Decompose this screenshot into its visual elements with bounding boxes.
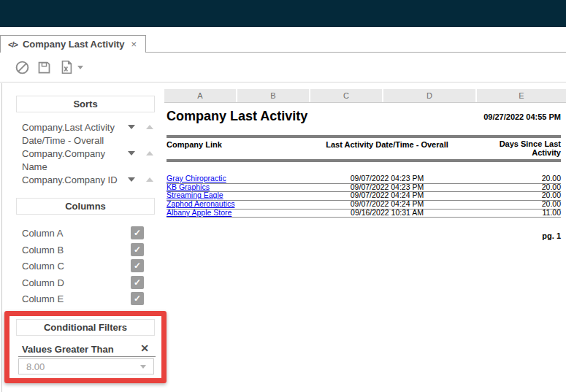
tab-close-icon[interactable]: × (131, 39, 137, 50)
sort-ascending-icon[interactable] (146, 125, 153, 129)
company-link[interactable]: Zaphod Aeronautics (167, 200, 234, 208)
page-number: pg. 1 (542, 231, 561, 240)
toolbar (0, 53, 566, 82)
days-since-value: 20.00 (542, 191, 561, 199)
report-title: Company Last Activity (167, 109, 307, 124)
sort-field-label: Company.Last Activity Date/Time - Overal… (22, 121, 121, 147)
check-icon: ✓ (134, 278, 141, 287)
filter-name-label: Values Greater Than (22, 344, 114, 355)
sorts-header: Sorts (16, 96, 155, 112)
last-activity-value: 09/07/2022 04:23 PM (310, 174, 464, 182)
company-link[interactable]: Albany Apple Store (167, 209, 232, 217)
filter-value-dropdown[interactable]: 8.00 (18, 358, 154, 374)
filter-row: Values Greater Than ✕ (22, 342, 155, 356)
days-since-value: 20.00 (542, 200, 561, 208)
columns-title: Columns (65, 201, 106, 212)
conditional-filters-header: Conditional Filters (16, 319, 155, 336)
remove-filter-icon[interactable]: ✕ (140, 342, 149, 354)
days-since-value: 20.00 (542, 183, 561, 191)
sheet-column-c[interactable]: C (310, 89, 382, 102)
column-label: Column C (22, 261, 64, 272)
sort-field-label: Company.Company Name (22, 147, 121, 173)
excel-export-icon (58, 59, 74, 75)
sort-item: Company.Company Name (22, 147, 155, 173)
last-activity-value: 09/07/2022 04:24 PM (310, 191, 464, 199)
report-rows: Gray Chiropractic 09/07/2022 04:23 PM 20… (167, 175, 561, 218)
checkbox-column-d[interactable]: ✓ (131, 276, 144, 289)
code-icon: </> (8, 40, 18, 49)
top-navigation-bar (0, 0, 566, 27)
conditional-filters-title: Conditional Filters (44, 322, 127, 333)
columns-header: Columns (16, 198, 155, 215)
excel-export-button[interactable] (58, 59, 83, 75)
company-link[interactable]: Gray Chiropractic (167, 174, 226, 182)
check-icon: ✓ (134, 245, 141, 254)
report-table-header: Company Link Last Activity Date/Time - O… (167, 139, 561, 158)
sheet-column-headers: A B C D E (164, 89, 566, 102)
sheet-header-divider (164, 102, 566, 103)
cancel-button[interactable] (15, 60, 30, 75)
tab-company-last-activity[interactable]: </> Company Last Activity × (0, 35, 146, 53)
report-rule (167, 159, 561, 162)
sort-item: Company.Company ID (22, 174, 155, 187)
column-label: Column A (22, 228, 63, 239)
column-toggle-row: Column E ✓ (22, 292, 155, 307)
checkbox-column-b[interactable]: ✓ (131, 243, 144, 256)
days-since-value: 11.00 (543, 209, 562, 217)
save-icon (37, 60, 52, 75)
column-toggle-row: Column A ✓ (22, 226, 155, 241)
company-link[interactable]: Streaming Eagle (167, 191, 223, 199)
column-label: Column D (22, 277, 64, 288)
checkbox-column-a[interactable]: ✓ (131, 226, 144, 239)
report-timestamp: 09/27/2022 04:55 PM (483, 112, 561, 121)
last-activity-value: 09/07/2022 04:24 PM (310, 200, 464, 208)
check-icon: ✓ (134, 228, 141, 237)
checkbox-column-e[interactable]: ✓ (131, 292, 144, 305)
column-label: Column B (22, 245, 64, 255)
column-toggle-row: Column B ✓ (22, 243, 155, 258)
column-toggle-row: Column D ✓ (22, 276, 155, 291)
sheet-column-b[interactable]: B (237, 89, 309, 102)
sheet-column-a[interactable]: A (164, 89, 236, 102)
header-last-activity: Last Activity Date/Time - Overall (310, 140, 464, 149)
sorts-title: Sorts (73, 99, 97, 109)
check-icon: ✓ (134, 261, 141, 270)
filter-value: 8.00 (26, 361, 140, 372)
table-row: Albany Apple Store 09/16/2022 10:31 AM 1… (167, 210, 561, 218)
tab-title: Company Last Activity (23, 39, 125, 50)
header-company-link: Company Link (167, 140, 222, 149)
block-icon (15, 60, 30, 75)
column-label: Column E (22, 293, 64, 304)
sidebar-border (1, 83, 2, 392)
last-activity-value: 09/07/2022 04:23 PM (310, 183, 464, 191)
days-since-value: 20.00 (542, 174, 561, 182)
save-button[interactable] (37, 60, 52, 75)
sort-descending-icon[interactable] (128, 125, 135, 129)
check-icon: ✓ (134, 294, 141, 303)
report-builder-window: </> Company Last Activity × (0, 0, 566, 392)
company-link[interactable]: KB Graphics (167, 183, 210, 191)
sort-item: Company.Last Activity Date/Time - Overal… (22, 121, 155, 147)
sort-field-label: Company.Company ID (22, 174, 121, 187)
sort-ascending-icon[interactable] (146, 177, 153, 182)
last-activity-value: 09/16/2022 10:31 AM (310, 209, 464, 217)
header-days-since: Days Since Last Activity (488, 140, 561, 157)
caret-down-icon[interactable] (77, 66, 83, 69)
caret-down-icon (140, 365, 146, 369)
checkbox-column-c[interactable]: ✓ (131, 259, 144, 272)
filter-divider (18, 356, 156, 357)
sort-descending-icon[interactable] (128, 177, 135, 182)
sheet-column-d[interactable]: D (383, 89, 475, 102)
report-rule (167, 135, 561, 138)
sort-descending-icon[interactable] (128, 151, 135, 155)
column-toggle-row: Column C ✓ (22, 259, 155, 274)
sheet-column-e[interactable]: E (477, 89, 566, 102)
sort-ascending-icon[interactable] (146, 151, 153, 155)
